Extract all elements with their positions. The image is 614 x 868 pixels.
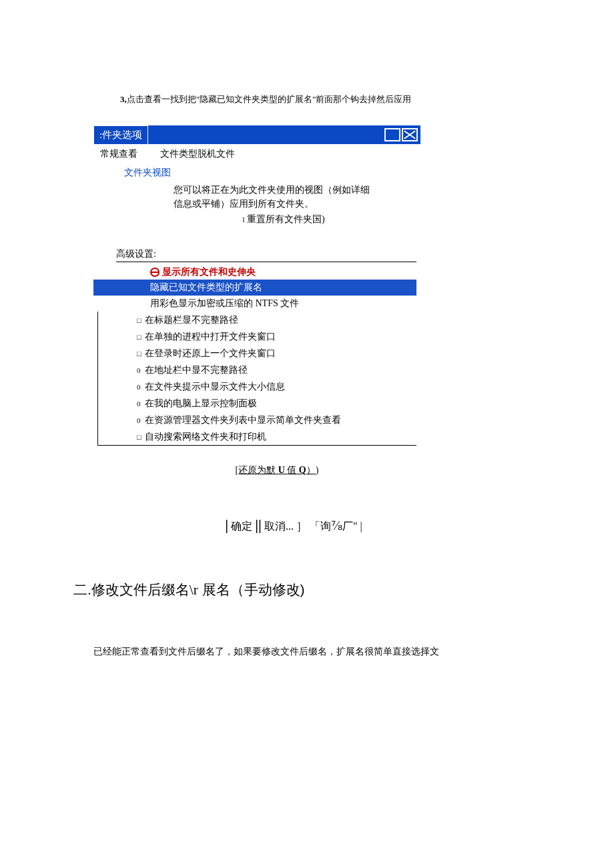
apply-button-part1[interactable]: ］ 「询 [296, 520, 331, 532]
tab-filetype-offline[interactable]: 文件类型脱机文件 [160, 149, 235, 159]
cancel-button[interactable]: 取消... [264, 520, 294, 532]
forbid-icon [150, 268, 160, 277]
option-separate-process[interactable]: □在单独的进程中打开文件夹窗口 [98, 328, 416, 345]
intro-body: 点击查看一找到把"隐藏已知文件夹类型的扩展名"前面那个钩去掉然后应用 [127, 94, 412, 104]
ok-button[interactable]: 确定 [231, 520, 252, 532]
intro-text: 3,点击查看一找到把"隐藏已知文件夹类型的扩展名"前面那个钩去掉然后应用 [73, 93, 541, 105]
option-auto-search-network[interactable]: □自动搜索网络文件夹和打印机 [98, 428, 416, 445]
option-ntfs-color[interactable]: 用彩色显示加密或压缩的 NTFS 文件 [93, 296, 420, 312]
option-titlebar-path[interactable]: □在标题栏显不完整路径 [98, 312, 416, 328]
close-icon[interactable] [402, 128, 418, 141]
titlebar: :件夹选项 [93, 125, 420, 144]
folder-options-dialog: :件夹选项 常规查看 文件类型脱机文件 文件夹视图 您可以将正在为此文件夹使用的… [93, 125, 420, 534]
window-title: :件夹选项 [93, 125, 148, 145]
option-restore-previous[interactable]: □在登录时还原上一个文件夹窗口 [98, 345, 416, 362]
option-show-control-panel[interactable]: 0在我的电脑上显示控制面极 [98, 395, 416, 412]
restore-defaults-button[interactable]: [还原为默 U 值 Q）) [93, 464, 420, 476]
folder-view-heading: 文件夹视图 [93, 167, 420, 179]
folder-view-description: 您可以将正在为此文件夹使用的视图（例如详细 信息或平铺）应用到所有文件夹。 [93, 183, 420, 211]
tabs: 常规查看 文件类型脱机文件 [93, 144, 420, 163]
maximize-icon[interactable] [384, 128, 400, 141]
section-2-body: 已经能正常查看到文件后缀名了，如果要修改文件后缀名，扩展名很简单直接选择文 [73, 646, 541, 658]
section-2-title: 二.修改文件后缀名\r 展名（手动修改) [73, 580, 541, 599]
option-simple-folder-view[interactable]: 0在资源管理器文件夹列表中显示简单文件夹查看 [98, 412, 416, 428]
reset-all-folders-button[interactable]: I 重置所有文件夹国) [93, 213, 420, 226]
dialog-buttons: | 确定 || 取消... ］ 「询⁷⁄₈厂" | [93, 516, 420, 534]
tab-general-view[interactable]: 常规查看 [100, 149, 137, 159]
intro-number: 3, [120, 94, 127, 104]
advanced-settings-label: 高级设置: [93, 248, 420, 260]
options-box: □在标题栏显不完整路径 □在单独的进程中打开文件夹窗口 □在登录时还原上一个文件… [97, 312, 416, 446]
advanced-settings-list: 显示所有文件和史伸央 隐藏已知文件类型的扩展名 用彩色显示加密或压缩的 NTFS… [93, 266, 420, 446]
option-show-all-files[interactable]: 显示所有文件和史伸央 [93, 266, 420, 280]
option-hide-extensions-selected[interactable]: 隐藏已知文件类型的扩展名 [93, 280, 416, 296]
option-filesize-tooltip[interactable]: 0在文件夹提示中显示文件大小信息 [98, 378, 416, 395]
option-address-path[interactable]: 0在地址栏中显不完整路径 [98, 362, 416, 378]
